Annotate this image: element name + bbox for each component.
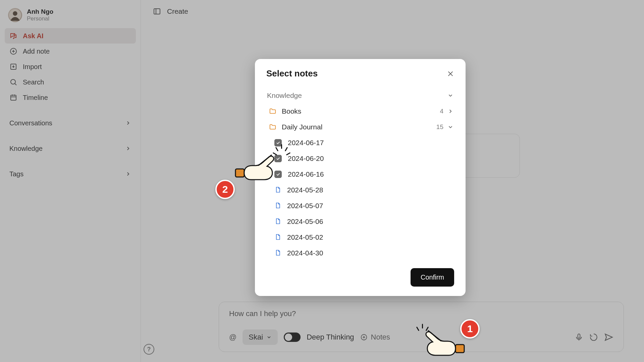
tree-root[interactable]: Knowledge [264, 87, 456, 103]
note-row[interactable]: 2024-06-16 [264, 166, 456, 182]
folder-icon [269, 108, 276, 115]
note-label: 2024-06-20 [288, 155, 324, 163]
note-label: 2024-05-28 [287, 186, 323, 194]
folder-daily-journal[interactable]: Daily Journal 15 [264, 119, 456, 135]
checkbox-checked[interactable] [274, 171, 282, 178]
checkbox-checked[interactable] [274, 155, 282, 162]
note-row[interactable]: 2024-05-28 [264, 182, 456, 198]
document-icon [274, 186, 281, 194]
folder-label: Daily Journal [282, 123, 322, 131]
note-label: 2024-05-07 [287, 202, 323, 210]
confirm-button[interactable]: Confirm [411, 268, 454, 287]
folder-count: 4 [440, 108, 443, 115]
note-row[interactable]: 2024-05-07 [264, 198, 456, 214]
chevron-down-icon [447, 93, 453, 99]
notes-tree: Knowledge Books 4 Daily Journal 15 2024-… [255, 86, 466, 261]
folder-icon [269, 123, 276, 131]
note-row[interactable]: 2024-04-30 [264, 245, 456, 261]
chevron-right-icon [447, 108, 453, 114]
document-icon [274, 218, 281, 225]
note-row[interactable]: 2024-06-17 [264, 135, 456, 150]
modal-title: Select notes [266, 68, 318, 79]
close-icon[interactable] [447, 70, 454, 77]
document-icon [274, 234, 281, 241]
folder-books[interactable]: Books 4 [264, 103, 456, 119]
checkbox-checked[interactable] [274, 139, 282, 146]
note-row[interactable]: 2024-05-06 [264, 214, 456, 229]
tree-root-label: Knowledge [267, 92, 302, 100]
folder-label: Books [282, 107, 301, 115]
note-label: 2024-06-16 [288, 170, 324, 178]
note-label: 2024-05-02 [287, 233, 323, 241]
note-label: 2024-06-17 [288, 139, 324, 147]
note-row[interactable]: 2024-05-02 [264, 229, 456, 245]
folder-count: 15 [436, 123, 443, 131]
note-row[interactable]: 2024-06-20 [264, 150, 456, 166]
document-icon [274, 249, 281, 257]
note-label: 2024-05-06 [287, 218, 323, 226]
document-icon [274, 202, 281, 209]
chevron-down-icon [447, 124, 453, 130]
app-root: Anh Ngo Personal Ask AI Add note Import [0, 0, 644, 362]
note-label: 2024-04-30 [287, 249, 323, 257]
select-notes-modal: Select notes Knowledge Books 4 Daily Jou… [255, 59, 466, 296]
